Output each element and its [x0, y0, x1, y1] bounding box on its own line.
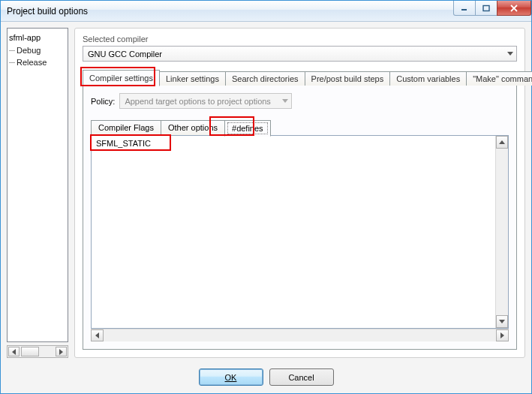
- scroll-right-button[interactable]: [496, 329, 509, 341]
- maximize-button[interactable]: [475, 1, 497, 16]
- dialog-body: sfml-app Debug Release Selected compiler…: [1, 22, 531, 393]
- minimize-button[interactable]: [453, 1, 476, 16]
- tab-linker-settings[interactable]: Linker settings: [159, 71, 226, 86]
- scroll-up-button[interactable]: [496, 136, 508, 149]
- tab-compiler-settings[interactable]: Compiler settings: [83, 70, 160, 86]
- scroll-right-button[interactable]: [56, 347, 67, 356]
- chevron-up-icon: [499, 140, 505, 144]
- targets-tree[interactable]: sfml-app Debug Release: [7, 28, 68, 342]
- chevron-down-icon: [282, 99, 288, 103]
- chevron-left-icon: [95, 332, 99, 338]
- tree-horizontal-scrollbar[interactable]: [7, 345, 68, 358]
- tab-search-directories[interactable]: Search directories: [225, 71, 305, 86]
- policy-value: Append target options to project options: [125, 97, 270, 106]
- window-title: Project build options: [7, 6, 88, 17]
- cancel-button[interactable]: Cancel: [269, 368, 334, 386]
- scroll-track: [104, 329, 496, 341]
- tree-panel: sfml-app Debug Release: [7, 28, 68, 358]
- compiler-settings-page: Policy: Append target options to project…: [83, 85, 517, 350]
- scroll-down-button[interactable]: [496, 315, 508, 328]
- chevron-right-icon: [500, 332, 504, 338]
- defines-horizontal-scrollbar[interactable]: [91, 329, 509, 341]
- defines-textarea[interactable]: SFML_STATIC: [91, 135, 509, 329]
- tree-item-release[interactable]: Release: [9, 56, 66, 68]
- maximize-icon: [482, 5, 491, 12]
- main-tabstrip: Compiler settings Linker settings Search…: [83, 69, 517, 85]
- ok-label: OK: [225, 373, 237, 382]
- defines-wrap: SFML_STATIC: [91, 135, 509, 341]
- chevron-down-icon: [499, 320, 505, 323]
- sub-tabstrip: Compiler Flags Other options #defines: [91, 119, 509, 135]
- window-buttons: [454, 1, 531, 16]
- scroll-left-button[interactable]: [91, 329, 104, 341]
- policy-select[interactable]: Append target options to project options: [119, 93, 292, 109]
- scroll-left-button[interactable]: [8, 347, 20, 356]
- minimize-icon: [460, 5, 469, 12]
- right-panel: Selected compiler GNU GCC Compiler Compi…: [74, 28, 525, 358]
- defines-text-content[interactable]: SFML_STATIC: [92, 136, 495, 328]
- ok-button[interactable]: OK: [199, 368, 263, 386]
- chevron-left-icon: [12, 349, 16, 355]
- tree-root[interactable]: sfml-app: [9, 32, 66, 44]
- close-icon: [509, 5, 518, 12]
- compiler-select-value: GNU GCC Compiler: [88, 50, 162, 59]
- titlebar[interactable]: Project build options: [1, 1, 531, 22]
- scroll-track: [496, 149, 508, 315]
- tab-pre-post-build[interactable]: Pre/post build steps: [305, 71, 391, 86]
- tab-custom-variables[interactable]: Custom variables: [389, 71, 467, 86]
- subtab-defines[interactable]: #defines: [224, 120, 271, 137]
- subtab-other-options[interactable]: Other options: [161, 120, 225, 136]
- defines-vertical-scrollbar[interactable]: [495, 136, 508, 328]
- selected-compiler-label: Selected compiler: [83, 35, 517, 44]
- svg-rect-1: [483, 5, 489, 11]
- compiler-select[interactable]: GNU GCC Compiler: [83, 46, 517, 62]
- policy-label: Policy:: [91, 97, 115, 106]
- dialog-footer: OK Cancel: [7, 362, 525, 387]
- close-button[interactable]: [497, 1, 531, 16]
- tree-item-debug[interactable]: Debug: [9, 44, 66, 56]
- policy-row: Policy: Append target options to project…: [91, 93, 509, 109]
- cancel-label: Cancel: [288, 373, 314, 382]
- subtab-compiler-flags[interactable]: Compiler Flags: [91, 120, 161, 136]
- top-row: sfml-app Debug Release Selected compiler…: [7, 28, 525, 358]
- project-build-options-window: Project build options sfml-app Debug Rel…: [0, 0, 532, 394]
- chevron-right-icon: [59, 349, 63, 355]
- tab-make-commands[interactable]: "Make" commands: [466, 71, 532, 86]
- scroll-thumb[interactable]: [21, 347, 39, 356]
- chevron-down-icon: [507, 52, 513, 56]
